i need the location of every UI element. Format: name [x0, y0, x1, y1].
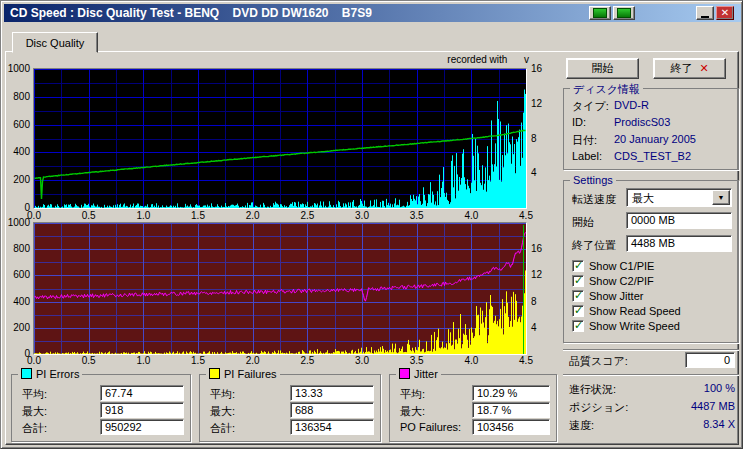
close-button[interactable]: ✕	[716, 6, 734, 20]
avg-label: 平均:	[22, 387, 47, 402]
axis-tick-label: 4.0	[464, 211, 478, 221]
window-title: CD Speed : Disc Quality Test - BENQ DVD …	[4, 6, 372, 20]
transfer-speed-dropdown[interactable]: 最大 ▼	[626, 188, 732, 207]
jitter-panel: Jitter 平均: 10.29 % 最大: 18.7 % PO Failure…	[389, 374, 557, 442]
total-label: 合計:	[210, 421, 235, 436]
green-monitor-icon	[617, 8, 631, 18]
axis-tick-label: 800	[13, 244, 30, 254]
po-failures-value: 103456	[472, 419, 550, 435]
axis-tick-label: 2.5	[300, 356, 314, 366]
axis-tick-label: 800	[13, 92, 30, 102]
axis-tick-label: 1.5	[191, 356, 205, 366]
checkbox-show-write-speed-label: Show Write Speed	[589, 320, 680, 332]
axis-tick-label: 0.5	[82, 211, 96, 221]
axis-tick-label: 0.0	[27, 356, 41, 366]
chevron-down-icon[interactable]: ▼	[712, 190, 730, 205]
jitter-avg-value: 10.29 %	[472, 385, 550, 401]
progress-label: 進行状況:	[569, 382, 616, 397]
bottom-chart-left-axis: 10008006004002000	[3, 223, 32, 354]
top-chart-left-axis: 10008006004002000	[3, 69, 32, 208]
start-position-label: 開始	[572, 215, 594, 230]
recorded-with-text: recorded with v	[331, 54, 529, 65]
axis-tick-label: 3.5	[410, 211, 424, 221]
disc-label-value: CDS_TEST_B2	[614, 150, 691, 162]
app-window: CD Speed : Disc Quality Test - BENQ DVD …	[0, 0, 743, 449]
disc-type-value: DVD-R	[614, 99, 649, 111]
total-label: 合計:	[22, 421, 47, 436]
axis-tick-label: 600	[13, 270, 30, 280]
checkbox-show-read-speed[interactable]: ✓	[572, 305, 584, 317]
checkbox-show-write-speed[interactable]: ✓	[572, 320, 584, 332]
pi-errors-total-value: 950292	[100, 419, 184, 435]
exit-button[interactable]: 終了 ✕	[653, 58, 726, 79]
axis-tick-label: 2.0	[246, 211, 260, 221]
axis-tick-label: 400	[13, 297, 30, 307]
pi-failures-avg-value: 13.33	[290, 385, 374, 401]
pi-failures-panel-title: PI Failures	[206, 368, 280, 380]
settings-group: Settings 転送速度 最大 ▼ 開始 0000 MB 終了位置 4488 …	[563, 180, 739, 343]
exit-x-icon: ✕	[699, 62, 708, 75]
avg-label: 平均:	[210, 387, 235, 402]
position-label: ポジション:	[569, 400, 628, 415]
checkbox-show-c2-pif[interactable]: ✓	[572, 275, 584, 287]
transfer-speed-value: 最大	[632, 191, 654, 206]
transfer-speed-label: 転送速度	[572, 192, 616, 207]
checkbox-show-jitter-label: Show Jitter	[589, 290, 643, 302]
axis-tick-label: 1.0	[136, 211, 150, 221]
start-button[interactable]: 開始	[566, 58, 639, 79]
bottom-chart-x-axis: 0.00.51.01.52.02.53.03.54.04.5	[34, 356, 526, 368]
check-icon: ✓	[574, 304, 583, 317]
jitter-swatch	[399, 368, 410, 379]
disc-id-label: ID:	[572, 116, 586, 128]
disc-type-label: タイプ:	[572, 99, 609, 114]
divider	[563, 349, 739, 351]
settings-title: Settings	[570, 174, 616, 186]
axis-tick-label: 8	[531, 297, 537, 307]
disc-date-value: 20 January 2005	[614, 133, 696, 145]
axis-tick-label: 0.5	[82, 356, 96, 366]
top-chart-right-axis: 161284	[529, 69, 551, 208]
axis-tick-label: 12	[531, 99, 542, 109]
checkbox-show-jitter[interactable]: ✓	[572, 290, 584, 302]
end-position-field[interactable]: 4488 MB	[626, 235, 732, 252]
tab-disc-quality[interactable]: Disc Quality	[12, 32, 98, 53]
axis-tick-label: 1000	[8, 218, 30, 228]
pi-failures-panel: PI Failures 平均: 13.33 最大: 688 合計: 136354	[199, 374, 381, 442]
check-icon: ✓	[574, 289, 583, 302]
progress-value: 100 %	[641, 382, 735, 394]
axis-tick-label: 4.5	[519, 211, 533, 221]
axis-tick-label: 4	[531, 323, 537, 333]
pi-errors-max-value: 918	[100, 402, 184, 418]
axis-tick-label: 12	[531, 270, 542, 280]
green-indicator-button-1[interactable]	[589, 6, 611, 20]
check-icon: ✓	[574, 274, 583, 287]
axis-tick-label: 16	[531, 64, 542, 74]
start-position-field[interactable]: 0000 MB	[626, 212, 732, 229]
axis-tick-label: 2.0	[246, 356, 260, 366]
axis-tick-label: 3.0	[355, 356, 369, 366]
minimize-button[interactable]	[696, 6, 714, 20]
pi-errors-chart	[34, 69, 526, 208]
titlebar[interactable]: CD Speed : Disc Quality Test - BENQ DVD …	[4, 4, 741, 22]
checkbox-show-c1-pie[interactable]: ✓	[572, 260, 584, 272]
checkbox-show-c1-pie-label: Show C1/PIE	[589, 260, 654, 272]
axis-tick-label: 600	[13, 120, 30, 130]
end-position-label: 終了位置	[572, 238, 616, 253]
disc-date-label: 日付:	[572, 133, 597, 148]
pi-failures-max-value: 688	[290, 402, 374, 418]
pi-errors-swatch	[21, 368, 32, 379]
max-label: 最大:	[400, 404, 425, 419]
axis-tick-label: 1.0	[136, 356, 150, 366]
disc-id-value: ProdiscS03	[614, 116, 670, 128]
top-chart-frame	[33, 68, 527, 209]
axis-tick-label: 3.5	[410, 356, 424, 366]
axis-tick-label: 4	[531, 168, 537, 178]
disc-info-group: ディスク情報 タイプ: DVD-R ID: ProdiscS03 日付: 20 …	[563, 88, 739, 170]
checkbox-show-read-speed-label: Show Read Speed	[589, 305, 681, 317]
bottom-chart-right-axis: 161284	[529, 223, 551, 354]
bottom-chart-frame	[33, 222, 527, 355]
checkbox-show-c2-pif-label: Show C2/PIF	[589, 275, 654, 287]
disc-label-label: Label:	[572, 150, 602, 162]
speed-value: 8.34 X	[641, 418, 735, 430]
green-indicator-button-2[interactable]	[613, 6, 635, 20]
